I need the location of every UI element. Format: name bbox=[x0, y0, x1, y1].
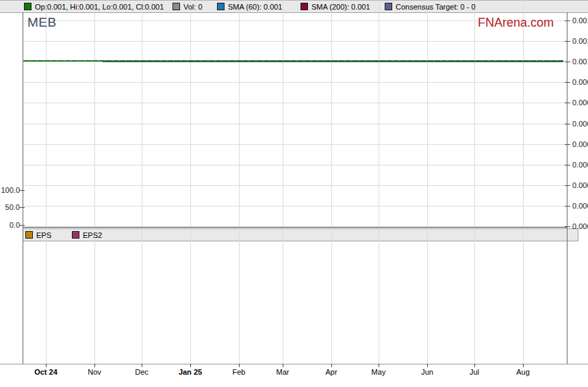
x-axis-tick bbox=[523, 364, 524, 367]
x-axis-label: Feb bbox=[215, 368, 263, 376]
sma-200-label: SMA (200): 0.001 bbox=[311, 3, 370, 11]
x-axis-label: Aug bbox=[499, 368, 547, 376]
x-axis-label: Dec bbox=[118, 368, 166, 376]
x-axis-tick bbox=[142, 364, 142, 367]
vertical-gridline bbox=[379, 0, 379, 364]
x-axis-label: Jan 25 bbox=[166, 368, 214, 376]
price-axis-label: 0.000 bbox=[572, 98, 588, 107]
price-axis-tick bbox=[565, 41, 570, 42]
volume-label: Vol: 0 bbox=[183, 3, 203, 11]
x-axis-label: Oct 24 bbox=[22, 368, 70, 376]
eps2-label: EPS2 bbox=[83, 231, 102, 239]
consensus-target-swatch-icon bbox=[385, 3, 392, 10]
price-axis-tick bbox=[565, 103, 570, 103]
eps-swatch-icon bbox=[25, 231, 33, 239]
vertical-gridline bbox=[427, 0, 428, 364]
volume-axis-label: 100.0 bbox=[0, 186, 20, 194]
horizontal-gridline bbox=[23, 41, 567, 42]
price-axis-label: 0.000 bbox=[572, 161, 588, 169]
x-axis-tick bbox=[283, 364, 283, 367]
brand-logo: FNArena.com bbox=[478, 16, 554, 30]
x-axis-tick bbox=[190, 364, 191, 367]
eps-label: EPS bbox=[36, 231, 51, 239]
consensus-target-label: Consensus Target: 0 - 0 bbox=[396, 3, 476, 11]
legend-ohlc: Op:0.001, Hi:0.001, Lo:0.001, Cl:0.001 bbox=[24, 1, 164, 13]
horizontal-gridline bbox=[23, 82, 567, 83]
x-axis-tick bbox=[239, 364, 240, 367]
stock-chart: MEB FNArena.com 0.0010.0010.0010.0000.00… bbox=[0, 0, 588, 387]
vertical-gridline bbox=[239, 0, 240, 364]
x-axis-tick bbox=[331, 364, 332, 367]
legend-sma-200: SMA (200): 0.001 bbox=[301, 1, 370, 13]
left-axis-line bbox=[23, 12, 23, 364]
x-axis-tick bbox=[379, 364, 379, 367]
horizontal-gridline bbox=[23, 165, 567, 165]
horizontal-gridline bbox=[23, 206, 567, 206]
x-axis-label: Apr bbox=[307, 368, 355, 376]
legend-volume: Vol: 0 bbox=[172, 1, 203, 13]
price-axis-tick bbox=[565, 206, 570, 206]
ohlc-swatch-icon bbox=[24, 3, 31, 10]
ohlc-label: Op:0.001, Hi:0.001, Lo:0.001, Cl:0.001 bbox=[35, 3, 164, 11]
horizontal-gridline bbox=[23, 103, 567, 103]
vertical-gridline bbox=[283, 0, 283, 364]
x-axis-label: Jul bbox=[450, 368, 498, 376]
volume-swatch-icon bbox=[172, 3, 180, 10]
sma200-line bbox=[103, 62, 563, 62]
price-axis-tick bbox=[565, 82, 570, 83]
price-axis-label: 0.000 bbox=[572, 140, 588, 148]
volume-axis-label: 0.0 bbox=[0, 221, 20, 229]
x-axis-label: Jun bbox=[403, 368, 451, 376]
vertical-gridline bbox=[474, 0, 475, 364]
price-axis-label: 0.000 bbox=[572, 181, 588, 189]
eps-legend-eps: EPS bbox=[25, 229, 51, 241]
price-axis-label: 0.000 bbox=[572, 202, 588, 210]
eps-legend-eps2: EPS2 bbox=[72, 229, 102, 241]
vertical-gridline bbox=[46, 0, 47, 364]
vertical-gridline bbox=[331, 0, 332, 364]
sma-60-swatch-icon bbox=[217, 3, 225, 10]
horizontal-gridline bbox=[23, 144, 567, 145]
vertical-gridline bbox=[523, 0, 524, 364]
price-axis-tick bbox=[565, 185, 570, 186]
x-axis-label: May bbox=[355, 368, 402, 376]
price-axis-label: 0.000 bbox=[572, 120, 588, 128]
x-axis-label: Mar bbox=[259, 368, 307, 376]
horizontal-gridline bbox=[23, 124, 567, 124]
price-axis-label: 0.000 bbox=[572, 222, 588, 230]
volume-axis-label: 50.0 bbox=[0, 203, 20, 211]
price-axis-tick bbox=[565, 124, 570, 124]
sma-200-swatch-icon bbox=[301, 3, 308, 10]
price-axis-label: 0.001 bbox=[572, 37, 588, 45]
vertical-gridline bbox=[94, 0, 95, 364]
legend-sma-60: SMA (60): 0.001 bbox=[217, 1, 283, 13]
ticker-symbol: MEB bbox=[27, 15, 57, 30]
sma-60-label: SMA (60): 0.001 bbox=[228, 3, 283, 11]
price-axis-label: 0.001 bbox=[572, 16, 588, 25]
x-axis-tick bbox=[46, 364, 47, 367]
sma60-line bbox=[23, 60, 563, 61]
x-axis-tick bbox=[474, 364, 475, 367]
vertical-gridline bbox=[142, 0, 142, 364]
x-axis-tick bbox=[94, 364, 95, 367]
price-axis-label: 0.000 bbox=[572, 78, 588, 86]
x-axis-label: Nov bbox=[71, 368, 118, 376]
price-axis-tick bbox=[565, 62, 570, 62]
legend-consensus-target: Consensus Target: 0 - 0 bbox=[385, 1, 476, 13]
price-axis-tick bbox=[565, 144, 570, 145]
horizontal-gridline bbox=[23, 185, 567, 186]
upper-panel-bottom-border bbox=[23, 227, 567, 228]
eps-legend-bar bbox=[23, 228, 578, 241]
x-axis-line bbox=[0, 364, 588, 364]
x-axis-tick bbox=[427, 364, 428, 367]
right-axis-line bbox=[567, 12, 567, 364]
price-axis-label: 0.001 bbox=[572, 57, 588, 66]
vertical-gridline bbox=[190, 0, 191, 364]
price-axis-tick bbox=[565, 21, 570, 21]
price-axis-tick bbox=[565, 165, 570, 165]
eps2-swatch-icon bbox=[72, 231, 79, 239]
